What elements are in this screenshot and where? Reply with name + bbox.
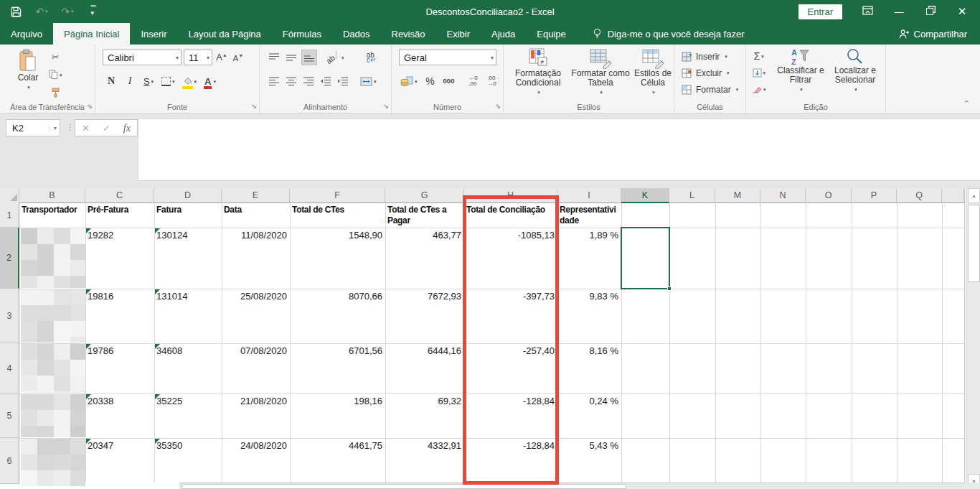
delete-cells-button[interactable]: Excluir▾	[682, 65, 730, 81]
cell-E2[interactable]: 11/08/2020	[224, 230, 287, 241]
column-header-D[interactable]: D	[154, 188, 222, 203]
orientation-button[interactable]: ab⟋▾	[324, 50, 345, 65]
dialog-launcher-icon[interactable]: ⇘	[383, 103, 389, 110]
column-header-L[interactable]: L	[669, 188, 715, 203]
cell-G4[interactable]: 6444,16	[387, 345, 461, 357]
enter-button[interactable]: ✓	[103, 121, 110, 134]
italic-button[interactable]: I	[123, 73, 137, 89]
cell-I6[interactable]: 5,43 %	[560, 440, 618, 452]
clear-button[interactable]: ▾	[750, 81, 768, 97]
column-header-O[interactable]: O	[806, 188, 852, 203]
close-button[interactable]: ✕	[956, 5, 969, 18]
fill-color-button[interactable]: ▾	[181, 73, 199, 89]
tab-revis-o[interactable]: Revisão	[381, 23, 436, 45]
tab-equipe[interactable]: Equipe	[526, 23, 576, 45]
cell-D5[interactable]: 35225	[156, 396, 219, 407]
cell-D3[interactable]: 131014	[156, 291, 219, 302]
tab-inserir[interactable]: Inserir	[130, 23, 177, 45]
cell-G3[interactable]: 7672,93	[387, 291, 461, 302]
column-header-G[interactable]: G	[385, 188, 464, 203]
bold-button[interactable]: N	[104, 73, 118, 89]
center-button[interactable]	[284, 73, 298, 89]
tab-layout-da-p-gina[interactable]: Layout da Página	[178, 23, 272, 45]
bottom-align-button[interactable]	[301, 50, 317, 65]
column-header-F[interactable]: F	[290, 188, 385, 203]
cell-C4[interactable]: 19786	[88, 345, 151, 357]
top-align-button[interactable]	[267, 50, 281, 65]
cell-D1[interactable]: Fatura	[156, 205, 220, 226]
cell-B1[interactable]: Transportador	[22, 205, 83, 226]
cell-I2[interactable]: 1,89 %	[560, 230, 618, 241]
format-as-table-button[interactable]: Formatar como Tabela▾	[570, 47, 631, 97]
number-format-combo[interactable]: Geral▾	[399, 50, 496, 65]
cell-K2-selection[interactable]	[621, 227, 670, 289]
horizontal-scroll-thumb[interactable]	[182, 484, 626, 489]
conditional-formatting-button[interactable]: ≠ Formatação Condicional▾	[508, 47, 568, 97]
row-header-6[interactable]: 6	[0, 438, 19, 484]
insert-function-button[interactable]: fx	[123, 121, 131, 134]
customize-qat-button[interactable]: ▔▾	[86, 4, 100, 19]
row-header-1[interactable]: 1	[0, 203, 19, 228]
cell-I4[interactable]: 8,16 %	[560, 345, 618, 357]
cell-C3[interactable]: 19816	[88, 291, 151, 302]
fill-button[interactable]: ▾	[750, 65, 768, 80]
redo-button[interactable]: ↷▾	[60, 4, 75, 19]
tab-p-gina-inicial[interactable]: Página Inicial	[53, 23, 130, 45]
column-header-E[interactable]: E	[222, 188, 290, 203]
cell-D6[interactable]: 35350	[156, 440, 219, 452]
sign-in-button[interactable]: Entrar	[798, 4, 842, 19]
save-button[interactable]	[9, 4, 23, 19]
font-name-combo[interactable]: Calibri▾	[103, 50, 182, 65]
column-header-I[interactable]: I	[557, 188, 621, 203]
fill-handle[interactable]	[667, 287, 672, 291]
cell-E4[interactable]: 07/08/2020	[224, 345, 287, 357]
column-header-K[interactable]: K	[621, 188, 669, 203]
cell-E6[interactable]: 24/08/2020	[224, 440, 287, 452]
tell-me-box[interactable]: Diga-me o que você deseja fazer	[593, 23, 745, 45]
wrap-text-button[interactable]: abc↵	[364, 50, 378, 65]
name-box[interactable]: K2 ▾	[6, 119, 60, 136]
middle-align-button[interactable]	[284, 50, 298, 65]
column-header-M[interactable]: M	[715, 188, 760, 203]
comma-style-button[interactable]: 000	[442, 73, 456, 89]
cell-C5[interactable]: 20338	[88, 396, 151, 407]
tab-exibir[interactable]: Exibir	[435, 23, 481, 45]
cell-F2[interactable]: 1548,90	[292, 230, 382, 241]
tab-arquivo[interactable]: Arquivo	[0, 23, 53, 45]
decrease-font-size-button[interactable]: A▼	[231, 50, 245, 65]
cell-C2[interactable]: 19282	[88, 230, 151, 241]
formula-bar-input[interactable]	[138, 118, 980, 181]
row-header-5[interactable]: 5	[0, 393, 19, 438]
format-cells-button[interactable]: Formatar▾	[682, 82, 738, 98]
cell-E3[interactable]: 25/08/2020	[224, 291, 287, 302]
autosum-button[interactable]: Σ▾	[750, 48, 768, 64]
column-header-Q[interactable]: Q	[897, 188, 942, 203]
row-header-4[interactable]: 4	[0, 343, 19, 393]
paste-button[interactable]: Colar ▾	[11, 49, 44, 92]
cell-F1[interactable]: Total de CTes	[292, 205, 383, 226]
font-color-button[interactable]: A▾	[202, 73, 217, 89]
cancel-button[interactable]: ✕	[82, 121, 90, 134]
tab-dados[interactable]: Dados	[332, 23, 381, 45]
decrease-decimal-button[interactable]: ,00→0	[485, 73, 499, 89]
column-header-P[interactable]: P	[852, 188, 897, 203]
borders-button[interactable]: ▾	[160, 73, 176, 89]
cell-D2[interactable]: 130124	[156, 230, 219, 241]
cell-G6[interactable]: 4332,91	[387, 440, 461, 452]
column-header-C[interactable]: C	[85, 188, 154, 203]
font-size-combo[interactable]: 11▾	[184, 50, 212, 65]
decrease-indent-button[interactable]	[319, 73, 333, 89]
tab-ajuda[interactable]: Ajuda	[481, 23, 526, 45]
cell-I3[interactable]: 9,83 %	[560, 291, 618, 302]
cell-G1[interactable]: Total de CTes a Pagar	[387, 205, 462, 226]
cell-D4[interactable]: 34608	[156, 345, 219, 357]
accounting-format-button[interactable]: ▾	[399, 73, 419, 89]
cell-G2[interactable]: 463,77	[387, 230, 461, 241]
dialog-launcher-icon[interactable]: ⇘	[87, 103, 93, 110]
cell-G5[interactable]: 69,32	[387, 396, 461, 407]
find-select-button[interactable]: Localizar e Selecionar▾	[828, 47, 882, 94]
percent-style-button[interactable]: %	[423, 73, 438, 89]
minimize-button[interactable]: —	[892, 6, 905, 17]
dialog-launcher-icon[interactable]: ⇘	[251, 103, 257, 110]
sort-filter-button[interactable]: A Z Classificar e Filtrar▾	[775, 47, 826, 94]
